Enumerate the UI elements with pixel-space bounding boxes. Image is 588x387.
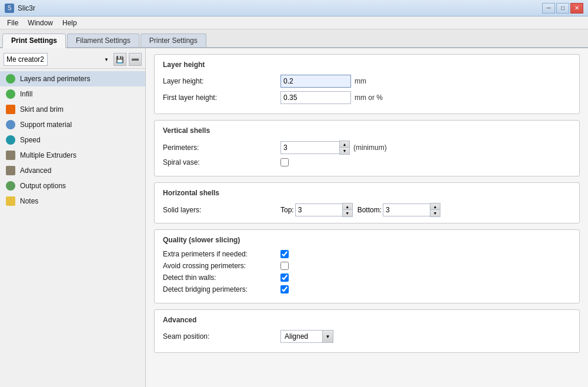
spiral-vase-label: Spiral vase: <box>163 158 280 166</box>
first-layer-height-unit: mm or % <box>355 94 383 102</box>
menu-bar: File Window Help <box>0 16 588 29</box>
main-content: Me creator2 💾 ➖ Layers and perimeters In… <box>0 48 588 387</box>
output-icon <box>6 181 15 191</box>
advanced-section: Advanced Seam position: Aligned ▼ <box>154 309 580 353</box>
extra-perimeters-label: Extra perimeters if needed: <box>163 250 280 258</box>
detect-bridging-row: Detect bridging perimeters: <box>163 285 571 293</box>
first-layer-height-row: First layer height: mm or % <box>163 91 571 104</box>
sidebar: Me creator2 💾 ➖ Layers and perimeters In… <box>0 48 146 387</box>
layer-height-unit: mm <box>355 77 366 85</box>
sidebar-item-extruders-label: Multiple Extruders <box>20 151 76 159</box>
app-title: Slic3r <box>18 4 35 12</box>
menu-window[interactable]: Window <box>23 18 58 28</box>
spiral-vase-checkbox[interactable] <box>280 158 289 166</box>
perimeters-decrement[interactable]: ▼ <box>340 148 349 154</box>
tab-print-settings[interactable]: Print Settings <box>2 34 66 48</box>
perimeters-label: Perimeters: <box>163 144 280 152</box>
solid-layers-label: Solid layers: <box>163 206 280 214</box>
detect-bridging-label: Detect bridging perimeters: <box>163 285 280 293</box>
bottom-increment[interactable]: ▲ <box>430 203 440 210</box>
sidebar-item-speed-label: Speed <box>20 136 41 144</box>
seam-position-label: Seam position: <box>163 332 280 341</box>
minimize-button[interactable]: ─ <box>542 3 555 14</box>
seam-position-value: Aligned <box>281 332 322 341</box>
title-bar: S Slic3r ─ □ ✕ <box>0 0 588 16</box>
bottom-spinner: ▲ ▼ <box>430 203 440 217</box>
close-button[interactable]: ✕ <box>570 3 583 14</box>
sidebar-item-support[interactable]: Support material <box>0 117 145 132</box>
perimeters-spinner-btns: ▲ ▼ <box>339 141 350 155</box>
profile-save-button[interactable]: 💾 <box>113 53 126 66</box>
avoid-crossing-checkbox[interactable] <box>280 262 289 270</box>
app-icon: S <box>5 4 14 13</box>
avoid-crossing-label: Avoid crossing perimeters: <box>163 262 280 270</box>
sidebar-item-extruders[interactable]: Multiple Extruders <box>0 148 145 163</box>
sidebar-item-output[interactable]: Output options <box>0 178 145 194</box>
detect-thin-row: Detect thin walls: <box>163 273 571 282</box>
sidebar-item-skirt[interactable]: Skirt and brim <box>0 102 145 117</box>
perimeters-row: Perimeters: ▲ ▼ (minimum) <box>163 141 571 155</box>
maximize-button[interactable]: □ <box>556 3 569 14</box>
perimeters-spinner: ▲ ▼ <box>280 141 350 155</box>
detect-thin-checkbox[interactable] <box>280 273 289 282</box>
sidebar-item-layers-label: Layers and perimeters <box>20 75 90 83</box>
top-field-wrap: Top: ▲ ▼ <box>280 203 358 217</box>
profile-select-wrapper: Me creator2 <box>4 53 111 66</box>
perimeters-increment[interactable]: ▲ <box>340 141 349 148</box>
sidebar-item-layers[interactable]: Layers and perimeters <box>0 71 145 86</box>
layers-icon <box>6 74 15 84</box>
first-layer-height-input[interactable] <box>280 91 351 104</box>
infill-icon <box>6 89 15 99</box>
right-panel: Layer height Layer height: mm First laye… <box>146 48 588 387</box>
quality-section: Quality (slower slicing) Extra perimeter… <box>154 229 580 303</box>
advanced-title: Advanced <box>163 316 571 324</box>
spiral-vase-row: Spiral vase: <box>163 158 571 166</box>
layer-height-section: Layer height Layer height: mm First laye… <box>154 54 580 114</box>
first-layer-height-label: First layer height: <box>163 94 280 102</box>
sidebar-item-speed[interactable]: Speed <box>0 132 145 148</box>
profile-remove-button[interactable]: ➖ <box>129 53 142 66</box>
extra-perimeters-row: Extra perimeters if needed: <box>163 250 571 258</box>
menu-help[interactable]: Help <box>58 18 82 28</box>
vertical-shells-section: Vertical shells Perimeters: ▲ ▼ (minimum… <box>154 120 580 176</box>
sidebar-item-infill[interactable]: Infill <box>0 86 145 102</box>
layer-height-row: Layer height: mm <box>163 75 571 88</box>
bottom-input[interactable] <box>383 203 430 216</box>
sidebar-item-skirt-label: Skirt and brim <box>20 105 64 114</box>
avoid-crossing-row: Avoid crossing perimeters: <box>163 262 571 270</box>
solid-inputs: Top: ▲ ▼ Bottom: ▲ ▼ <box>280 203 445 217</box>
perimeters-input[interactable] <box>280 141 339 154</box>
detect-thin-label: Detect thin walls: <box>163 273 280 282</box>
top-increment[interactable]: ▲ <box>343 203 352 210</box>
sidebar-item-output-label: Output options <box>20 182 66 190</box>
bottom-label: Bottom: <box>358 206 382 214</box>
vertical-shells-title: Vertical shells <box>163 126 571 135</box>
top-decrement[interactable]: ▼ <box>343 210 352 216</box>
sidebar-item-support-label: Support material <box>20 121 72 129</box>
bottom-decrement[interactable]: ▼ <box>430 210 440 216</box>
top-input[interactable] <box>295 203 342 216</box>
perimeters-unit: (minimum) <box>353 144 387 152</box>
sidebar-item-advanced-label: Advanced <box>20 166 51 175</box>
seam-position-dropdown[interactable]: Aligned ▼ <box>280 330 333 343</box>
layer-height-input[interactable] <box>280 75 351 88</box>
top-label: Top: <box>280 206 294 214</box>
layer-height-label: Layer height: <box>163 77 280 85</box>
profile-select[interactable]: Me creator2 <box>4 53 48 66</box>
seam-position-arrow[interactable]: ▼ <box>322 331 333 342</box>
sidebar-item-advanced[interactable]: Advanced <box>0 163 145 178</box>
profile-row: Me creator2 💾 ➖ <box>0 51 145 69</box>
bottom-field-wrap: Bottom: ▲ ▼ <box>358 203 445 217</box>
window-controls: ─ □ ✕ <box>542 3 583 14</box>
sidebar-item-infill-label: Infill <box>20 90 32 98</box>
top-spinner: ▲ ▼ <box>342 203 353 217</box>
solid-layers-row: Solid layers: Top: ▲ ▼ Bottom: <box>163 203 571 217</box>
speed-icon <box>6 135 15 145</box>
skirt-icon <box>6 105 15 114</box>
tab-printer-settings[interactable]: Printer Settings <box>141 34 206 47</box>
tab-filament-settings[interactable]: Filament Settings <box>67 34 139 47</box>
extra-perimeters-checkbox[interactable] <box>280 250 289 258</box>
menu-file[interactable]: File <box>2 18 23 28</box>
sidebar-item-notes[interactable]: Notes <box>0 194 145 209</box>
detect-bridging-checkbox[interactable] <box>280 285 289 293</box>
